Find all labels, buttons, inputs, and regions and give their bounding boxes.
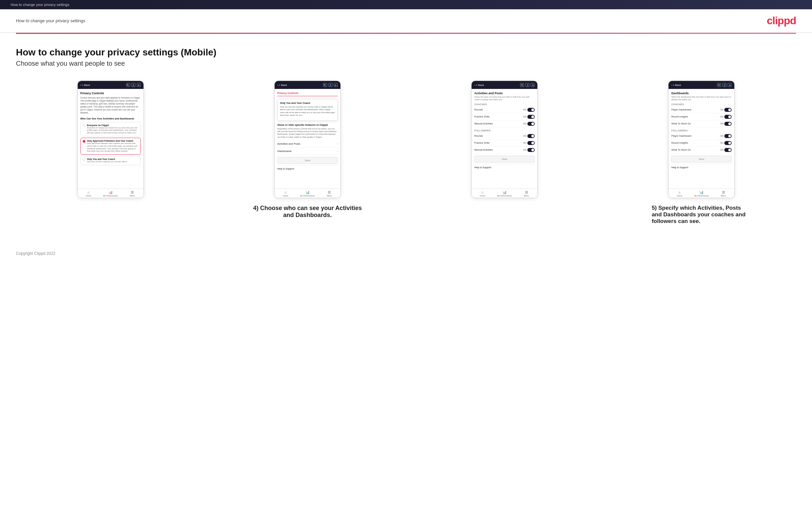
bottom-nav-home-4[interactable]: ⌂ Home <box>668 190 691 197</box>
person-icon[interactable]: 👤 <box>132 83 136 87</box>
radio-approved[interactable]: Only Approved Followers and Your Coach O… <box>81 138 141 155</box>
coaches-round-insights-label: Round Insights <box>671 115 688 118</box>
coaches-round-insights-row: Round Insights ON <box>671 113 731 120</box>
search-icon[interactable]: 🔍 <box>126 83 130 87</box>
search-icon-3[interactable]: 🔍 <box>520 83 524 87</box>
followers-manual-toggle[interactable] <box>527 148 535 152</box>
phone-4-back[interactable]: ‹ < Back <box>671 83 681 87</box>
radio-only-coach[interactable]: Only You and Your Coach Only you and the… <box>81 156 141 165</box>
caption-4: 5) Specify which Activities, Posts and D… <box>652 205 751 225</box>
bottom-nav-menu-2[interactable]: ☰ Menu <box>318 190 341 197</box>
followers-player-dash-toggle[interactable] <box>724 134 731 138</box>
followers-manual-label: Manual Activities <box>474 148 493 151</box>
followers-player-dash-row: Player Dashboard ON <box>671 133 731 140</box>
bottom-nav-performance-3[interactable]: 📊 My Performance <box>494 190 515 197</box>
coaches-what-to-work-toggle[interactable] <box>724 122 731 126</box>
phone-3-back[interactable]: ‹ < Back <box>474 83 484 87</box>
phone-2-bottom-nav: ⌂ Home 📊 My Performance ☰ Menu <box>275 188 341 198</box>
save-button-2[interactable]: Save <box>277 157 338 164</box>
phone-mockup-2: ‹ < Back 🔍 👤 ⚙ Privacy Controls <box>274 80 341 198</box>
followers-drills-toggle-group: ON <box>523 141 535 145</box>
performance-icon-3: 📊 <box>503 190 506 194</box>
followers-manual-toggle-group: ON <box>523 148 535 152</box>
menu-icon-2: ☰ <box>328 190 331 194</box>
bottom-nav-menu[interactable]: ☰ Menu <box>121 190 144 197</box>
performance-icon: 📊 <box>109 190 113 194</box>
person-icon-2[interactable]: 👤 <box>328 83 333 87</box>
coaches-what-to-work-row: What To Work On ON <box>671 120 731 127</box>
coaches-rounds-toggle[interactable] <box>527 108 535 112</box>
bottom-nav-home-2[interactable]: ⌂ Home <box>275 190 297 197</box>
followers-round-insights-toggle[interactable] <box>724 141 731 145</box>
save-button-4[interactable]: Save <box>671 156 731 163</box>
phone-mockup-3: ‹ < Back 🔍 👤 ⚙ Activities and Posts Sele… <box>471 80 538 198</box>
phone-1-bottom-nav: ⌂ Home 📊 My Performance ☰ Menu <box>78 188 144 198</box>
activities-posts-label: Activities and Posts <box>277 143 300 145</box>
coaches-drills-label: Practice Drills <box>474 115 490 118</box>
screenshot-group-3: ‹ < Back 🔍 👤 ⚙ Activities and Posts Sele… <box>410 80 599 198</box>
coaches-label: COACHES <box>474 103 535 106</box>
followers-label-4: FOLLOWERS <box>671 129 731 132</box>
phone-4-content: Dashboards Select the dashboards that yo… <box>668 89 734 188</box>
save-button-3[interactable]: Save <box>474 156 535 163</box>
bottom-nav-performance-2[interactable]: 📊 My Performance <box>297 190 318 197</box>
performance-label: My Performance <box>103 195 118 197</box>
home-icon-2: ⌂ <box>285 190 287 194</box>
phone-2-back[interactable]: ‹ < Back <box>277 83 287 87</box>
settings-icon-2[interactable]: ⚙ <box>334 83 338 87</box>
search-icon-4[interactable]: 🔍 <box>717 83 721 87</box>
phone-4-nav-icons: 🔍 👤 ⚙ <box>717 83 731 87</box>
radio-circle-everyone <box>83 124 85 127</box>
followers-what-to-work-toggle[interactable] <box>724 148 731 152</box>
copyright: Copyright Clippd 2022 <box>16 251 55 256</box>
menu-icon: ☰ <box>131 190 134 194</box>
settings-icon[interactable]: ⚙ <box>137 83 141 87</box>
phone-1-title: Privacy Controls <box>81 92 141 95</box>
tooltip-title: Only You and Your Coach <box>280 102 335 105</box>
activities-posts-item[interactable]: Activities and Posts › <box>277 140 338 148</box>
followers-rounds-toggle[interactable] <box>527 134 535 138</box>
followers-rounds-row: Rounds ON <box>474 133 535 140</box>
coaches-player-dash-toggle-group: ON <box>720 108 732 112</box>
phone-1-back[interactable]: ‹ < Back <box>81 83 90 87</box>
coaches-manual-toggle[interactable] <box>527 122 535 126</box>
phone-1-nav: ‹ < Back 🔍 👤 ⚙ <box>78 81 144 89</box>
bottom-nav-home-3[interactable]: ⌂ Home <box>471 190 494 197</box>
coaches-drills-toggle[interactable] <box>527 115 535 119</box>
person-icon-4[interactable]: 👤 <box>722 83 726 87</box>
phone-1-content: Privacy Controls Control how you and you… <box>78 89 144 188</box>
bottom-nav-home[interactable]: ⌂ Home <box>78 190 100 197</box>
coaches-round-insights-toggle[interactable] <box>724 115 731 119</box>
coaches-player-dash-row: Player Dashboard ON <box>671 107 731 113</box>
bottom-nav-menu-4[interactable]: ☰ Menu <box>712 190 734 197</box>
radio-circle-approved <box>83 140 85 143</box>
phone-2-content: Privacy Controls Only You and Your Coach… <box>275 89 341 188</box>
bottom-nav-performance-4[interactable]: 📊 My Performance <box>691 190 712 197</box>
coaches-round-insights-toggle-group: ON <box>720 115 732 119</box>
bottom-nav-performance[interactable]: 📊 My Performance <box>100 190 121 197</box>
top-bar: How to change your privacy settings <box>0 0 812 9</box>
coaches-player-dash-toggle[interactable] <box>724 108 731 112</box>
logo: clippd <box>767 15 796 27</box>
home-label-2: Home <box>283 195 288 197</box>
followers-drills-toggle[interactable] <box>527 141 535 145</box>
dashboards-title: Dashboards <box>671 92 731 95</box>
home-icon-3: ⌂ <box>481 190 484 194</box>
person-icon-3[interactable]: 👤 <box>525 83 529 87</box>
screenshot-group-4: ‹ < Back 🔍 👤 ⚙ Dashboards Select the das… <box>607 80 796 225</box>
screenshot-group-2: ‹ < Back 🔍 👤 ⚙ Privacy Controls <box>213 80 402 219</box>
bottom-nav-menu-3[interactable]: ☰ Menu <box>515 190 537 197</box>
menu-label-3: Menu <box>524 195 529 197</box>
dashboards-item[interactable]: Dashboards › <box>277 148 338 155</box>
menu-label-4: Menu <box>721 195 726 197</box>
settings-icon-3[interactable]: ⚙ <box>531 83 535 87</box>
phone-1-desc: Control how you and your data appears to… <box>81 96 141 114</box>
footer: Copyright Clippd 2022 <box>0 244 812 263</box>
search-icon-2[interactable]: 🔍 <box>323 83 327 87</box>
settings-icon-4[interactable]: ⚙ <box>728 83 731 87</box>
phone-mockup-4: ‹ < Back 🔍 👤 ⚙ Dashboards Select the das… <box>668 80 734 198</box>
coaches-drills-toggle-group: ON <box>523 115 535 119</box>
radio-everyone[interactable]: Everyone on Clippd Everyone on Clippd ca… <box>81 122 141 136</box>
radio-approved-title: Only Approved Followers and Your Coach <box>87 140 139 142</box>
coaches-label-4: COACHES <box>671 103 731 106</box>
